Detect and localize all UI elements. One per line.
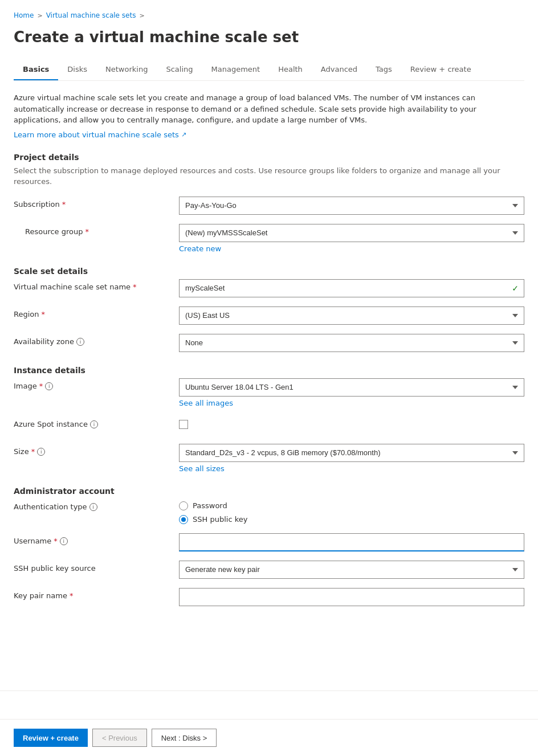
spot-info-icon[interactable]: i [90,420,98,428]
scale-set-details-title: Scale set details [14,267,524,276]
username-label: Username * i [14,533,179,545]
subscription-required: * [62,200,66,209]
tab-health[interactable]: Health [269,59,312,80]
auth-ssh-label: SSH public key [193,515,247,524]
learn-more-link[interactable]: Learn more about virtual machine scale s… [14,130,186,139]
auth-ssh-radio[interactable] [179,515,188,524]
spot-instance-label: Azure Spot instance i [14,416,179,428]
tab-disks[interactable]: Disks [58,59,96,80]
size-label: Size * i [14,444,179,456]
key-pair-input[interactable] [179,588,524,606]
size-info-icon[interactable]: i [37,448,45,456]
auth-password-radio[interactable] [179,501,188,510]
region-row: Region * (US) East US [14,307,524,325]
region-select[interactable]: (US) East US [179,307,524,325]
resource-group-required: * [85,227,89,236]
breadcrumb: Home > Virtual machine scale sets > [14,11,524,19]
username-input[interactable] [179,533,524,551]
resource-group-row: Resource group * (New) myVMSSScaleSet Cr… [14,224,524,253]
project-details-title: Project details [14,153,524,162]
admin-account-section: Administrator account Authentication typ… [14,487,524,606]
see-all-images-link[interactable]: See all images [179,399,233,407]
tab-basics[interactable]: Basics [14,59,58,80]
subscription-control: Pay-As-You-Go [179,197,524,215]
next-button[interactable]: Next : Disks > [152,729,217,747]
auth-password-option[interactable]: Password [179,501,524,510]
see-all-sizes-link[interactable]: See all sizes [179,464,225,473]
tab-advanced[interactable]: Advanced [312,59,366,80]
ssh-source-row: SSH public key source Generate new key p… [14,561,524,579]
availability-zone-select[interactable]: None [179,334,524,352]
image-label: Image * i [14,378,179,390]
description-main: Azure virtual machine scale sets let you… [14,92,524,126]
availability-zone-row: Availability zone i None [14,334,524,352]
tab-scaling[interactable]: Scaling [157,59,202,80]
size-required: * [31,447,35,456]
vmss-name-label: Virtual machine scale set name * [14,279,179,291]
resource-group-select[interactable]: (New) myVMSSScaleSet [179,224,524,242]
image-required: * [39,382,43,390]
vmss-name-row: Virtual machine scale set name * ✓ [14,279,524,297]
size-control: Standard_D2s_v3 - 2 vcpus, 8 GiB memory … [179,444,524,473]
breadcrumb-sep2: > [139,12,144,19]
spot-instance-control [179,416,524,429]
auth-type-row: Authentication type i Password SSH publi… [14,499,524,524]
project-details-desc: Select the subscription to manage deploy… [14,165,524,187]
availability-zone-info-icon[interactable]: i [76,338,84,346]
auth-ssh-option[interactable]: SSH public key [179,515,524,524]
vmss-name-input[interactable] [179,279,524,297]
username-row: Username * i [14,533,524,551]
resource-group-label: Resource group [25,227,83,236]
instance-details-title: Instance details [14,366,524,375]
image-select[interactable]: Ubuntu Server 18.04 LTS - Gen1 [179,378,524,397]
project-details-section: Project details Select the subscription … [14,153,524,253]
username-info-icon[interactable]: i [60,537,68,545]
ssh-source-control: Generate new key pair [179,561,524,579]
resource-group-control: (New) myVMSSScaleSet Create new [179,224,524,253]
ssh-source-label: SSH public key source [14,561,179,573]
size-row: Size * i Standard_D2s_v3 - 2 vcpus, 8 Gi… [14,444,524,473]
key-pair-required: * [70,591,74,600]
username-control [179,533,524,551]
previous-button[interactable]: < Previous [92,729,147,747]
vmss-name-check-icon: ✓ [512,284,519,293]
vmss-name-control: ✓ [179,279,524,297]
image-info-icon[interactable]: i [45,382,53,390]
key-pair-control [179,588,524,606]
footer: Review + create < Previous Next : Disks … [0,719,538,756]
auth-type-radio-group: Password SSH public key [179,499,524,524]
availability-zone-label: Availability zone i [14,334,179,346]
breadcrumb-vmss[interactable]: Virtual machine scale sets [46,11,136,19]
tab-networking[interactable]: Networking [96,59,157,80]
ssh-source-select[interactable]: Generate new key pair [179,561,524,579]
key-pair-label: Key pair name * [14,588,179,600]
instance-details-section: Instance details Image * i Ubuntu Server… [14,366,524,473]
tab-review[interactable]: Review + create [401,59,480,80]
review-create-button[interactable]: Review + create [14,729,88,747]
breadcrumb-home[interactable]: Home [14,11,34,19]
create-new-link[interactable]: Create new [179,244,221,253]
image-row: Image * i Ubuntu Server 18.04 LTS - Gen1… [14,378,524,407]
region-control: (US) East US [179,307,524,325]
page-title: Create a virtual machine scale set [14,28,524,46]
availability-zone-control: None [179,334,524,352]
scale-set-details-section: Scale set details Virtual machine scale … [14,267,524,352]
region-label: Region * [14,307,179,318]
subscription-select[interactable]: Pay-As-You-Go [179,197,524,215]
tab-management[interactable]: Management [202,59,270,80]
spot-instance-checkbox[interactable] [179,420,188,429]
region-required: * [42,310,46,318]
auth-password-label: Password [193,501,227,510]
breadcrumb-sep1: > [37,12,42,19]
username-required: * [54,537,58,545]
auth-type-label: Authentication type i [14,499,179,511]
tab-tags[interactable]: Tags [366,59,401,80]
resource-group-label-wrapper: Resource group * [14,224,179,236]
auth-type-info-icon[interactable]: i [89,503,97,511]
image-control: Ubuntu Server 18.04 LTS - Gen1 See all i… [179,378,524,407]
size-select[interactable]: Standard_D2s_v3 - 2 vcpus, 8 GiB memory … [179,444,524,462]
vmss-name-required: * [133,283,137,291]
vmss-name-input-wrapper: ✓ [179,279,524,297]
spot-instance-row: Azure Spot instance i [14,416,524,435]
tab-bar: Basics Disks Networking Scaling Manageme… [14,59,524,81]
